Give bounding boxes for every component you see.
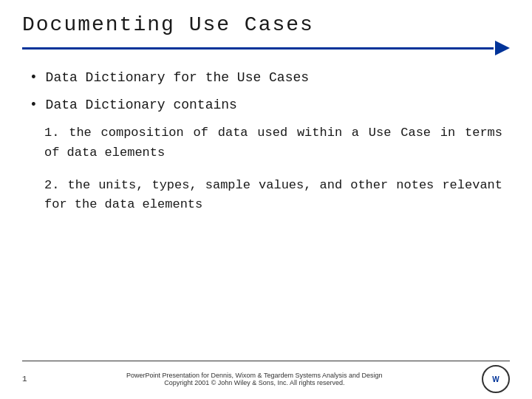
arrow-right-icon: [495, 41, 510, 55]
content-area: Data Dictionary for the Use Cases Data D…: [22, 69, 510, 215]
numbered-item-2: 2. the units, types, sample values, and …: [30, 176, 502, 215]
wiley-logo: W: [482, 365, 510, 393]
footer-left: 1: [22, 375, 27, 383]
bullet-item-1: Data Dictionary for the Use Cases: [30, 69, 502, 87]
footer-content: 1 PowerPoint Presentation for Dennis, Wi…: [22, 365, 510, 393]
numbered-item-1: 1. the composition of data used within a…: [30, 123, 502, 163]
slide: Documenting Use Cases Data Dictionary fo…: [0, 0, 532, 399]
footer: 1 PowerPoint Presentation for Dennis, Wi…: [0, 361, 532, 393]
slide-title: Documenting Use Cases: [22, 13, 510, 36]
footer-text: PowerPoint Presentation for Dennis, Wixo…: [35, 372, 474, 386]
bullet-item-2: Data Dictionary contains: [30, 96, 502, 115]
footer-line2: Copyright 2001 © John Wiley & Sons, Inc.…: [35, 379, 474, 386]
wiley-logo-text: W: [492, 375, 499, 383]
title-area: Documenting Use Cases: [22, 13, 510, 36]
footer-divider: [22, 361, 510, 361]
divider: [22, 41, 510, 55]
divider-line: [22, 47, 494, 50]
footer-line1: PowerPoint Presentation for Dennis, Wixo…: [35, 372, 474, 379]
page-number: 1: [22, 375, 27, 383]
